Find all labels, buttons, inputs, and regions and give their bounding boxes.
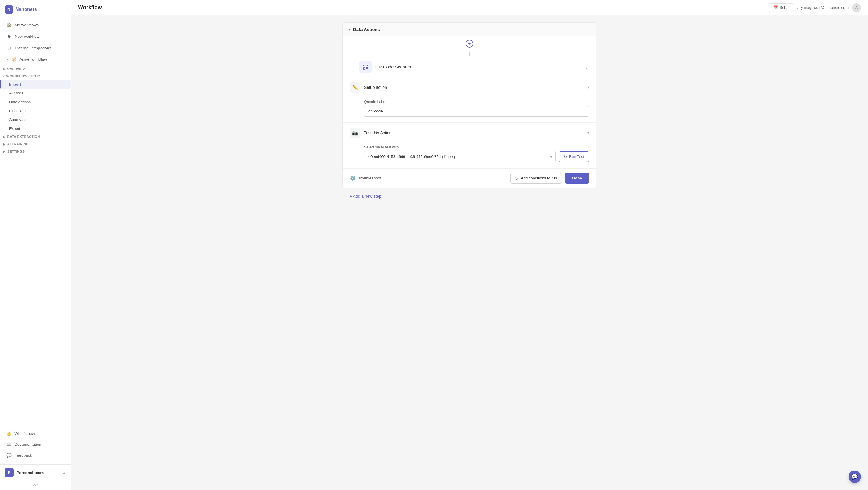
sidebar-item-label: My workflows — [15, 23, 39, 27]
qrcode-label-text: Qrcode Label — [364, 100, 589, 104]
run-test-button[interactable]: ↻ Run Test — [559, 152, 589, 162]
add-step-top-button[interactable]: + — [466, 40, 473, 47]
footer-actions: ▽ Add conditions to run Done — [510, 173, 589, 184]
test-action-chevron-icon: ▾ — [587, 131, 589, 135]
camera-icon: 📷 — [352, 130, 358, 136]
setup-action-section: ✏️ Setup action ▾ Qrcode Label — [343, 77, 596, 123]
export-label: Export — [9, 126, 20, 131]
add-step-connector-top: + — [343, 36, 596, 51]
pencil-icon: ✏️ — [352, 85, 358, 90]
sidebar-section-settings[interactable]: ▶ SETTINGS — [0, 148, 71, 155]
section-label: WORKFLOW SETUP — [6, 74, 40, 78]
gear-icon: ⚙️ — [350, 175, 356, 181]
svg-rect-4 — [367, 65, 368, 66]
qr-scanner-icon — [362, 63, 369, 70]
test-row: e0eed400-4153-4669-ab39-915b9ee0f85d (1)… — [364, 151, 589, 162]
sidebar-section-workflow-setup[interactable]: ▾ WORKFLOW SETUP — [0, 73, 71, 80]
connector-line — [343, 51, 596, 56]
chevron-down-icon: ▾ — [6, 58, 8, 61]
user-email: aryanagrawal@nanonets.com — [797, 5, 848, 10]
sidebar-section-data-extraction[interactable]: ▶ DATA EXTRACTION — [0, 133, 71, 140]
sidebar-item-active-workflow[interactable]: ▾ 🧭 Active workflow — [2, 54, 69, 65]
filter-icon: ▽ — [515, 176, 519, 181]
test-action-icon: 📷 — [350, 128, 361, 138]
setup-action-header[interactable]: ✏️ Setup action ▾ — [343, 77, 596, 97]
qrcode-label-input[interactable] — [364, 106, 589, 117]
step-more-button[interactable]: ⋮ — [583, 62, 590, 71]
add-new-step-button[interactable]: + Add a new step — [342, 188, 596, 204]
home-icon: 🏠 — [6, 22, 12, 28]
collapse-sidebar-button[interactable]: << — [0, 481, 71, 490]
data-actions-section-header[interactable]: ▾ Data Actions — [343, 23, 596, 36]
test-action-title: Test this Action — [364, 130, 584, 135]
sidebar-sub-item-export[interactable]: Export — [0, 124, 71, 133]
footer-bar: ⚙️ Troubleshoot ▽ Add conditions to run … — [343, 168, 596, 188]
sidebar-sub-item-import[interactable]: Import — [0, 80, 71, 89]
message-square-icon: 💬 — [6, 453, 11, 458]
sidebar-item-label: External integrations — [15, 46, 51, 50]
sidebar-item-external-integrations[interactable]: ⊞ External integrations — [2, 42, 69, 54]
personal-team-label: Personal team — [17, 470, 59, 475]
ai-model-label: AI Model — [9, 91, 24, 95]
plus-circle-icon: ⊕ — [6, 34, 12, 39]
sidebar: N Nanonets 🏠 My workflows ⊕ New workflow… — [0, 0, 71, 490]
sidebar-sub-item-final-results[interactable]: Final Results — [0, 106, 71, 115]
personal-team-icon: P — [5, 468, 13, 477]
refresh-icon: ↻ — [564, 154, 567, 159]
app-logo[interactable]: N Nanonets — [0, 0, 71, 19]
workflow-card: ▾ Data Actions + 1 — [342, 23, 596, 188]
sidebar-section-overview[interactable]: ▶ OVERVIEW — [0, 65, 71, 72]
sidebar-item-whats-new[interactable]: 🔔 What's new — [2, 428, 69, 438]
feedback-label: Feedback — [14, 453, 32, 458]
troubleshoot-label: Troubleshoot — [358, 176, 381, 181]
data-actions-label: Data Actions — [9, 100, 31, 104]
sidebar-item-documentation[interactable]: 📖 Documentation — [2, 439, 69, 450]
sidebar-sub-item-approvals[interactable]: Approvals — [0, 116, 71, 124]
schedule-icon: 📅 — [773, 5, 778, 10]
svg-rect-6 — [366, 67, 367, 68]
svg-rect-7 — [367, 67, 368, 68]
test-file-select[interactable]: e0eed400-4153-4669-ab39-915b9ee0f85d (1)… — [364, 151, 556, 162]
done-button[interactable]: Done — [565, 173, 589, 184]
sidebar-item-feedback[interactable]: 💬 Feedback — [2, 450, 69, 460]
section-label: AI TRAINING — [7, 142, 29, 146]
user-avatar: A — [852, 3, 861, 12]
section-label: SETTINGS — [7, 150, 25, 153]
sidebar-item-label: Active workflow — [20, 57, 47, 62]
step-row: 1 QR Code Scanner — [343, 56, 596, 77]
section-label: OVERVIEW — [7, 67, 26, 70]
svg-rect-5 — [363, 68, 364, 69]
header: Workflow 📅 Sch... aryanagrawal@nanonets.… — [71, 0, 868, 15]
test-select-wrapper: e0eed400-4153-4669-ab39-915b9ee0f85d (1)… — [364, 151, 556, 162]
section-label: DATA EXTRACTION — [7, 135, 40, 138]
personal-team-section[interactable]: P Personal team ▲ — [0, 464, 71, 481]
sidebar-item-my-workflows[interactable]: 🏠 My workflows — [2, 19, 69, 30]
setup-action-title: Setup action — [364, 85, 584, 90]
sidebar-divider — [5, 425, 66, 425]
sidebar-sub-item-data-actions[interactable]: Data Actions — [0, 98, 71, 106]
sidebar-section-ai-training[interactable]: ▶ AI TRAINING — [0, 140, 71, 148]
header-right: 📅 Sch... aryanagrawal@nanonets.com A — [769, 3, 861, 12]
chevron-down-icon: ▾ — [349, 27, 351, 32]
add-conditions-button[interactable]: ▽ Add conditions to run — [510, 173, 562, 184]
sidebar-item-new-workflow[interactable]: ⊕ New workflow — [2, 31, 69, 42]
import-label: Import — [9, 82, 21, 87]
step-number: 1 — [349, 63, 356, 70]
chevron-right-icon: ▶ — [3, 135, 6, 138]
test-action-body: Select file to test with e0eed400-4153-4… — [343, 143, 596, 168]
run-test-label: Run Test — [569, 154, 584, 159]
troubleshoot-button[interactable]: ⚙️ Troubleshoot — [350, 175, 381, 181]
svg-rect-8 — [366, 68, 367, 69]
logo-icon: N — [5, 5, 13, 13]
svg-rect-3 — [363, 65, 364, 66]
test-action-header[interactable]: 📷 Test this Action ▾ — [343, 123, 596, 143]
add-conditions-label: Add conditions to run — [521, 176, 557, 181]
app-name: Nanonets — [16, 7, 37, 12]
content-area: ▾ Data Actions + 1 — [71, 15, 868, 490]
chat-bubble-button[interactable]: 💬 — [848, 470, 861, 483]
bell-icon: 🔔 — [6, 431, 11, 436]
sidebar-sub-item-ai-model[interactable]: AI Model — [0, 89, 71, 97]
schedule-label: Sch... — [780, 5, 789, 10]
schedule-button[interactable]: 📅 Sch... — [769, 3, 794, 12]
book-icon: 📖 — [6, 442, 11, 447]
